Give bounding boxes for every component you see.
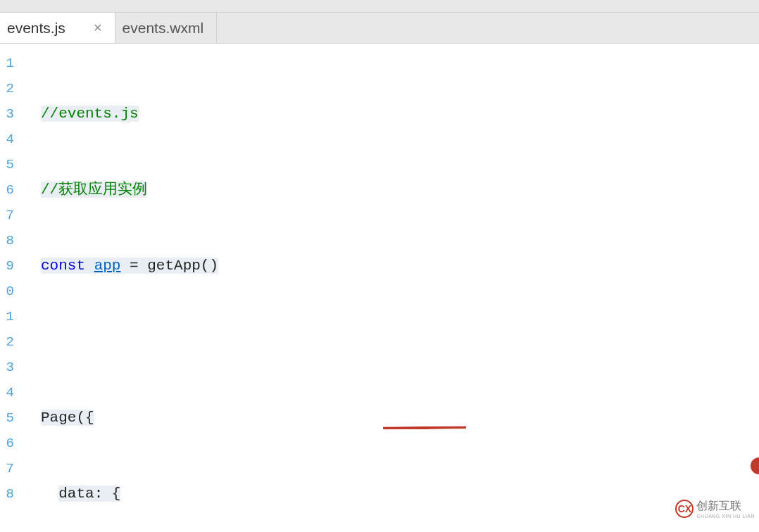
line-number: 0 [0, 279, 17, 304]
line-number: 4 [0, 380, 17, 405]
line-number: 3 [0, 101, 17, 127]
tab-bar: events.js × events.wxml [0, 13, 759, 44]
code-area[interactable]: //events.js //获取应用实例 const app = getApp(… [17, 44, 759, 532]
tab-events-wxml[interactable]: events.wxml [115, 13, 218, 43]
line-number: 6 [0, 177, 17, 203]
tab-label: events.wxml [123, 20, 204, 37]
line-number: 4 [0, 127, 17, 152]
line-number: 8 [0, 481, 17, 507]
watermark: CX 创新互联 CHUANG XIN HU LIAN [671, 497, 759, 521]
watermark-brand: 创新互联 [696, 499, 755, 514]
code-line [41, 329, 759, 355]
tab-label: events.js [7, 20, 65, 37]
watermark-sub: CHUANG XIN HU LIAN [696, 514, 755, 519]
watermark-logo-icon: CX [675, 500, 694, 518]
close-icon[interactable]: × [94, 20, 102, 36]
code-line: //获取应用实例 [41, 177, 759, 203]
line-number: 2 [0, 76, 17, 101]
line-number: 1 [0, 51, 17, 76]
line-number: 3 [0, 355, 17, 380]
line-number: 6 [0, 431, 17, 456]
line-number: 5 [0, 152, 17, 177]
line-number: 1 [0, 304, 17, 329]
tab-events-js[interactable]: events.js × [0, 13, 115, 43]
line-number: 8 [0, 228, 17, 253]
code-line: data: { [41, 481, 759, 507]
line-number: 7 [0, 456, 17, 481]
line-number: 7 [0, 203, 17, 228]
line-number: 9 [0, 253, 17, 279]
window-top-strip [0, 0, 759, 13]
line-gutter: 1 2 3 4 5 6 7 8 9 0 1 2 3 4 5 6 7 8 [0, 44, 17, 532]
code-editor[interactable]: 1 2 3 4 5 6 7 8 9 0 1 2 3 4 5 6 7 8 //ev… [0, 44, 759, 532]
line-number: 2 [0, 329, 17, 355]
code-line: const app = getApp() [41, 253, 759, 279]
code-line: //events.js [41, 101, 759, 127]
annotation-underline [383, 424, 466, 429]
line-number: 5 [0, 405, 17, 431]
